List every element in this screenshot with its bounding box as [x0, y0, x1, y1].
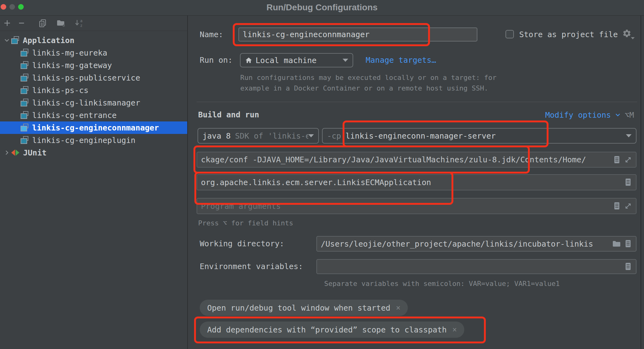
sort-alphabetically-icon: a z — [74, 19, 84, 27]
vm-options-value: ckage/conf -DJAVA_HOME=/Library/Java/Jav… — [201, 155, 610, 164]
program-arguments-input[interactable] — [197, 198, 637, 214]
application-icon — [21, 99, 29, 107]
name-value: linkis-cg-engineconnmanager — [243, 30, 473, 39]
store-as-project-file-checkbox[interactable] — [505, 30, 514, 38]
tree-group-junit[interactable]: JUnit — [0, 146, 187, 159]
tree-item-label: linkis-mg-eureka — [32, 48, 107, 57]
tree-item-linkis-cg-engineconnmanager[interactable]: linkis-cg-engineconnmanager — [0, 121, 187, 134]
run-debug-configurations-dialog: Run/Debug Configurations — [0, 0, 644, 349]
insert-macros-icon[interactable] — [624, 262, 632, 271]
environment-variables-label: Environment variables: — [200, 259, 303, 274]
jdk-value-detail: SDK of 'linkis-enginec — [235, 131, 308, 140]
configuration-form: Name: linkis-cg-engineconnmanager Store … — [188, 16, 644, 349]
modify-options-link[interactable]: Modify options — [545, 111, 611, 120]
minus-icon — [17, 19, 26, 27]
chip-close-icon[interactable]: × — [396, 303, 400, 312]
chip-label: Open run/debug tool window when started — [207, 303, 390, 312]
manage-targets-link[interactable]: Manage targets… — [366, 53, 436, 67]
sort-configurations-button[interactable]: a z — [74, 18, 84, 28]
tree-item-label: linkis-cg-linkismanager — [32, 98, 140, 107]
jdk-select[interactable]: java 8 SDK of 'linkis-enginec — [198, 128, 319, 144]
insert-macros-icon[interactable] — [613, 155, 621, 165]
tree-item-linkis-cg-entrance[interactable]: linkis-cg-entrance — [0, 109, 187, 121]
name-input[interactable]: linkis-cg-engineconnmanager — [238, 27, 477, 42]
chevron-down-icon[interactable] — [2, 36, 11, 44]
new-folder-button[interactable] — [56, 18, 66, 28]
tree-group-application[interactable]: Application — [0, 34, 187, 47]
titlebar: Run/Debug Configurations — [0, 0, 644, 16]
application-icon — [21, 136, 29, 144]
chip-close-icon[interactable]: × — [452, 325, 457, 334]
expand-field-icon[interactable] — [624, 156, 632, 164]
remove-configuration-button[interactable] — [17, 18, 26, 28]
application-icon — [21, 86, 29, 94]
run-on-help-line2: example in a Docker Container or on a re… — [240, 84, 488, 92]
window-edge — [641, 16, 641, 349]
store-as-project-file-label: Store as project file — [519, 27, 618, 42]
new-folder-icon — [56, 19, 66, 27]
chip-open-run-debug-tool-window: Open run/debug tool window when started … — [200, 300, 408, 316]
run-on-label: Run on: — [200, 53, 232, 67]
tree-item-linkis-mg-gateway[interactable]: linkis-mg-gateway — [0, 59, 187, 71]
chip-label: Add dependencies with “provided” scope t… — [207, 325, 447, 334]
environment-variables-input[interactable] — [316, 259, 637, 274]
svg-text:a: a — [80, 19, 82, 23]
modify-options-shortcut: ⌥M — [625, 111, 634, 120]
application-icon — [21, 49, 29, 57]
tree-item-label: linkis-ps-cs — [32, 86, 89, 95]
add-configuration-button[interactable] — [2, 18, 12, 28]
junit-icon — [11, 149, 20, 157]
gear-icon — [622, 29, 632, 38]
expand-field-icon[interactable] — [624, 202, 632, 210]
dropdown-caret-icon — [308, 134, 314, 137]
insert-macros-icon[interactable] — [613, 201, 621, 211]
cp-value: linkis-engineconn-manager-server — [345, 131, 496, 140]
tree-group-label: Application — [23, 36, 75, 45]
tree-item-label: linkis-cg-entrance — [32, 111, 117, 120]
copy-configuration-button[interactable] — [38, 18, 47, 28]
tree-item-label: linkis-cg-engineconnmanager — [32, 123, 159, 132]
tree-item-linkis-ps-publicservice[interactable]: linkis-ps-publicservice — [0, 71, 187, 84]
application-icon — [11, 36, 20, 44]
application-icon — [21, 111, 29, 119]
modify-options: Modify options ⌥M — [545, 109, 634, 121]
jdk-value: java 8 — [202, 131, 231, 140]
run-on-select[interactable]: Local machine — [240, 53, 353, 67]
tree-item-linkis-mg-eureka[interactable]: linkis-mg-eureka — [0, 47, 187, 59]
working-directory-input[interactable]: /Users/leojie/other_project/apache/linki… — [316, 236, 637, 252]
tree-item-label: linkis-ps-publicservice — [32, 73, 140, 82]
field-hints-text: Press ⌥ for field hints — [198, 219, 293, 227]
application-icon — [21, 61, 29, 69]
classpath-module-select[interactable]: -cp linkis-engineconn-manager-server — [322, 128, 637, 144]
tree-item-linkis-ps-cs[interactable]: linkis-ps-cs — [0, 84, 187, 96]
dropdown-caret-icon — [343, 59, 348, 62]
store-options-button[interactable] — [622, 29, 633, 39]
application-icon — [21, 124, 29, 132]
insert-macros-icon[interactable] — [624, 239, 632, 248]
main-class-input[interactable]: org.apache.linkis.ecm.server.LinkisECMAp… — [197, 174, 637, 190]
environment-variables-field[interactable] — [321, 262, 622, 271]
working-directory-label: Working directory: — [200, 236, 284, 252]
svg-text:z: z — [80, 23, 82, 27]
chevron-right-icon[interactable] — [2, 149, 11, 157]
program-arguments-field[interactable] — [201, 202, 610, 211]
environment-variables-hint: Separate variables with semicolon: VAR=v… — [324, 280, 560, 288]
section-divider — [197, 102, 637, 102]
browse-folder-icon[interactable] — [612, 240, 621, 248]
chevron-down-icon[interactable] — [615, 112, 621, 118]
cp-flag: -cp — [327, 131, 341, 140]
configurations-tree: Application linkis-mg-eureka linkis-mg-g… — [0, 31, 187, 159]
configurations-sidebar: a z Application linkis-mg-eureka — [0, 16, 188, 349]
vm-options-input[interactable]: ckage/conf -DJAVA_HOME=/Library/Java/Jav… — [197, 152, 637, 168]
insert-macros-icon[interactable] — [624, 178, 632, 187]
run-on-help-line1: Run configurations may be executed local… — [240, 74, 496, 81]
tree-item-linkis-cg-linkismanager[interactable]: linkis-cg-linkismanager — [0, 96, 187, 109]
main-class-value: org.apache.linkis.ecm.server.LinkisECMAp… — [201, 178, 622, 187]
build-and-run-title: Build and run — [198, 109, 259, 121]
tree-item-label: linkis-mg-gateway — [32, 61, 112, 70]
tree-group-label: JUnit — [23, 148, 46, 157]
tree-item-linkis-cg-engineplugin[interactable]: linkis-cg-engineplugin — [0, 134, 187, 146]
chip-add-provided-dependencies: Add dependencies with “provided” scope t… — [200, 322, 464, 338]
copy-icon — [38, 19, 47, 27]
window-title: Run/Debug Configurations — [0, 0, 644, 16]
